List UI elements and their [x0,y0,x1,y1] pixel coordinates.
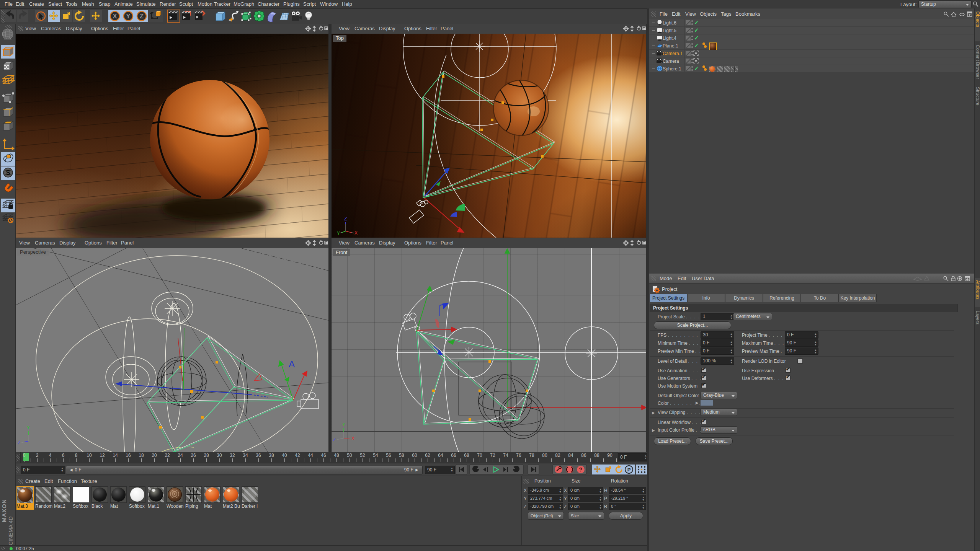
svg-text:Y: Y [342,422,345,427]
svg-text:Y: Y [27,425,30,430]
svg-text:Z: Z [333,437,336,442]
svg-text:P: P [627,467,631,473]
svg-text:X: X [113,13,117,20]
svg-text:X: X [354,230,358,236]
svg-text:Z: Z [344,216,347,222]
svg-text:?: ? [579,466,583,473]
svg-text:A: A [289,359,295,369]
svg-text:Z: Z [18,440,20,445]
svg-text:S: S [6,170,10,176]
svg-text:X: X [351,436,354,441]
svg-text:Y: Y [337,231,340,236]
svg-text:Z: Z [140,13,144,20]
svg-text:Y: Y [126,13,131,20]
